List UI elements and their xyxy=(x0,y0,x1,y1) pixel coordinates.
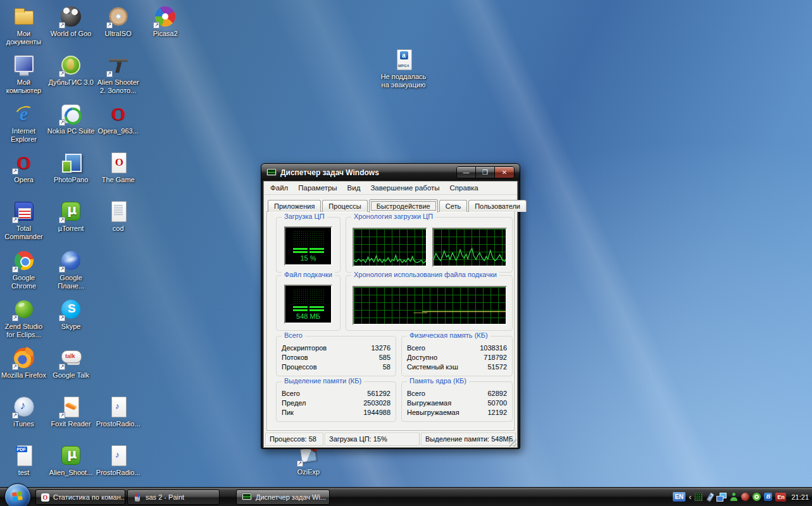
text-file-icon xyxy=(107,200,130,223)
shortcut-arrow-overlay: ↗ xyxy=(297,460,303,467)
green-ring-app-icon[interactable] xyxy=(753,493,761,501)
stat-row: Выгружаемая50700 xyxy=(402,398,512,408)
taskbar-button-label: sas 2 - Paint xyxy=(146,493,184,501)
red-orb-app-icon[interactable] xyxy=(741,493,749,501)
network-activity-icon[interactable] xyxy=(694,493,703,501)
menu-view[interactable]: Вид xyxy=(342,182,366,194)
stat-key: Пик xyxy=(282,408,294,417)
desktop-icon-my-computer[interactable]: Мой компьютер xyxy=(0,54,47,95)
desktop-icon-google-earth[interactable]: ↗Google Плане... xyxy=(47,249,95,290)
desktop-icon-dublgis[interactable]: ↗ДубльГИС 3.0 xyxy=(47,54,95,87)
desktop-icon-foxit-reader[interactable]: ↗Foxit Reader xyxy=(47,395,95,428)
stat-key: Всего xyxy=(407,389,425,398)
desktop-icon-skype[interactable]: ↗Skype xyxy=(47,298,95,331)
desktop-icon-alien-shooter[interactable]: ↗Alien Shooter 2. Золото... xyxy=(94,54,142,95)
paint-task-icon xyxy=(133,493,142,502)
tab-applications[interactable]: Приложения xyxy=(268,200,321,212)
system-tray: EN ‹ B En 21:21 xyxy=(673,488,809,506)
desktop-icon-zend-studio[interactable]: ↗Zend Studio for Eclips... xyxy=(0,298,47,339)
desktop-icon-itunes[interactable]: ↗iTunes xyxy=(0,395,47,428)
desktop-icon-google-talk[interactable]: ↗Google Talk xyxy=(47,347,95,379)
desktop-icon-label: Alien_Shoot... xyxy=(49,469,93,477)
stat-value: 13276 xyxy=(371,343,390,353)
resize-grip[interactable] xyxy=(509,439,516,447)
desktop-icon-photopano[interactable]: PhotoPano xyxy=(47,151,95,184)
status-commit: Выделение памяти: 548МБ / 6 xyxy=(421,433,516,446)
stat-row: Дескрипторов13276 xyxy=(277,343,396,353)
desktop-icon-opera[interactable]: ↗Opera xyxy=(0,151,47,184)
title-bar[interactable]: Диспетчер задач Windows — ❐ ✕ xyxy=(261,164,520,181)
desktop-icon-nokia-pc-suite[interactable]: ↗Nokia PC Suite xyxy=(47,102,95,135)
desktop-icon-label: Мои документы xyxy=(0,30,47,46)
desktop-icon-torrent-file[interactable]: Alien_Shoot... xyxy=(47,444,95,477)
group-rows: Всего561292Предел2503028Пик1944988 xyxy=(277,382,396,417)
desktop-icon-the-game[interactable]: The Game xyxy=(94,151,142,184)
total-commander-icon: ↗ xyxy=(13,200,35,223)
desktop[interactable]: Мои документы↗World of Goo↗UltraISO↗Pica… xyxy=(0,0,812,506)
chevron-left-icon[interactable]: ‹ xyxy=(689,493,691,501)
window-title: Диспетчер задач Windows xyxy=(280,168,379,177)
cpu-usage-value: 15 % xyxy=(285,254,331,262)
bluetooth-icon[interactable]: B xyxy=(764,493,772,501)
desktop-icon-utorrent[interactable]: ↗µTorrent xyxy=(47,200,95,233)
taskbar-button-paint[interactable]: sas 2 - Paint xyxy=(127,490,220,505)
menu-file[interactable]: Файл xyxy=(265,182,293,194)
tab-performance[interactable]: Быстродействие xyxy=(369,199,438,213)
chrome-icon: ↗ xyxy=(13,249,35,272)
desktop-icon-opera-installer[interactable]: Opera_963... xyxy=(94,102,142,135)
stat-key: Процессов xyxy=(282,362,317,372)
desktop-icon-pdf-test[interactable]: test xyxy=(0,444,47,477)
desktop-icon-mpg4-video[interactable]: MPG4Не поддалась на эвакуацию xyxy=(380,48,427,89)
desktop-icon-chrome[interactable]: ↗Google Chrome xyxy=(0,249,47,290)
desktop-icon-prostoradio-file[interactable]: ProstoRadio... xyxy=(94,444,142,477)
taskbar-button-opera[interactable]: OСтатистика по коман... xyxy=(35,490,125,505)
phone-icon[interactable] xyxy=(706,493,713,502)
taskbar-button-taskman[interactable]: Диспетчер задач Wi... xyxy=(236,490,330,505)
desktop-icon-label: Total Commander xyxy=(0,225,47,241)
cpu-usage-group-label: Загрузка ЦП xyxy=(282,213,327,220)
clock[interactable]: 21:21 xyxy=(791,493,809,501)
desktop-icon-internet-explorer[interactable]: Internet Explorer xyxy=(0,102,47,144)
desktop-icon-text-file[interactable]: cod xyxy=(94,200,142,233)
desktop-icon-label: Google Плане... xyxy=(47,274,95,290)
my-computer-icon xyxy=(13,54,35,77)
tab-users[interactable]: Пользователи xyxy=(468,200,527,212)
menu-help[interactable]: Справка xyxy=(445,182,484,194)
desktop-icon-label: Google Talk xyxy=(53,371,89,379)
desktop-icon-prostoradio-file[interactable]: ProstoRadio... xyxy=(94,395,142,428)
desktop-icon-my-documents[interactable]: Мои документы xyxy=(0,5,47,46)
close-button[interactable]: ✕ xyxy=(495,167,514,178)
user-status-icon[interactable] xyxy=(730,493,738,501)
stat-row: Всего1038316 xyxy=(402,343,512,353)
start-button[interactable] xyxy=(4,483,31,506)
desktop-icon-label: Mozilla Firefox xyxy=(1,371,46,379)
minimize-button[interactable]: — xyxy=(457,167,476,178)
status-processes: Процессов: 58 xyxy=(265,433,323,446)
language-indicator[interactable]: EN xyxy=(673,492,685,502)
punto-switcher-icon[interactable]: En xyxy=(775,493,786,502)
network-connections-icon[interactable] xyxy=(716,493,727,502)
menu-options[interactable]: Параметры xyxy=(293,182,342,194)
desktop-icon-world-of-goo[interactable]: ↗World of Goo xyxy=(47,5,95,38)
desktop-icon-picasa[interactable]: ↗Picasa2 xyxy=(142,5,189,38)
stat-value: 585 xyxy=(379,353,390,362)
prostoradio-file-icon xyxy=(107,444,130,467)
pagefile-history-graph xyxy=(353,286,507,325)
shortcut-arrow-overlay: ↗ xyxy=(153,22,159,28)
desktop-icon-firefox[interactable]: ↗Mozilla Firefox xyxy=(0,347,47,379)
task-manager-window: Диспетчер задач Windows — ❐ ✕ ФайлПараме… xyxy=(261,163,520,449)
opera-task-icon: O xyxy=(41,493,49,502)
tab-processes[interactable]: Процессы xyxy=(322,200,367,212)
stat-key: Доступно xyxy=(407,353,437,362)
menu-shutdown[interactable]: Завершение работы xyxy=(365,182,444,194)
stat-value: 718792 xyxy=(484,353,507,362)
torrent-file-icon xyxy=(59,444,82,467)
stat-key: Предел xyxy=(282,398,306,408)
tab-network[interactable]: Сеть xyxy=(439,200,467,212)
utorrent-icon: ↗ xyxy=(59,200,82,223)
stat-key: Всего xyxy=(282,389,300,398)
desktop-icon-total-commander[interactable]: ↗Total Commander xyxy=(0,200,47,241)
desktop-icon-ultraiso[interactable]: ↗UltraISO xyxy=(94,5,142,38)
maximize-button[interactable]: ❐ xyxy=(476,167,495,178)
shortcut-arrow-overlay: ↗ xyxy=(12,315,18,321)
